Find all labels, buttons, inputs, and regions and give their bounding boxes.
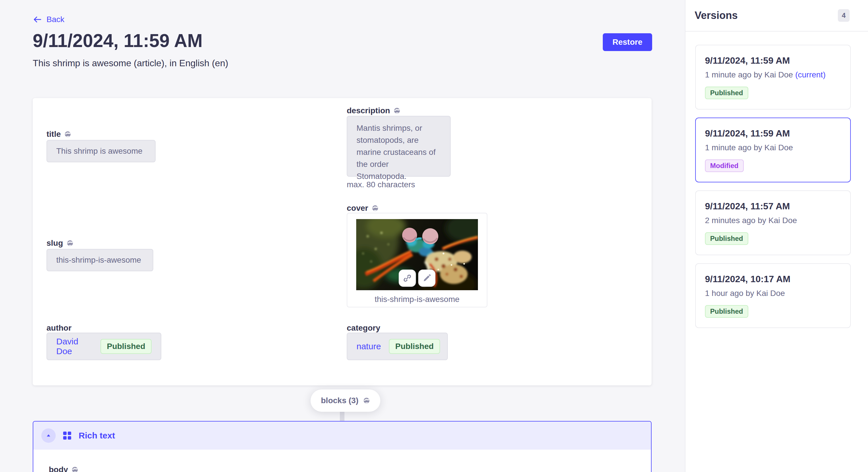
version-time: 9/11/2024, 11:57 AM <box>705 201 841 212</box>
globe-icon <box>372 205 379 212</box>
globe-icon <box>363 397 370 404</box>
versions-sidebar: Versions 4 9/11/2024, 11:59 AM 1 minute … <box>685 0 868 472</box>
versions-count-badge: 4 <box>838 9 849 22</box>
cover-label-text: cover <box>347 204 368 213</box>
slug-input: this-shrimp-is-awesome <box>46 249 153 271</box>
richtext-accordion-header[interactable]: Rich text <box>33 422 651 450</box>
cover-field-label: cover <box>347 204 379 213</box>
page-subtitle: This shrimp is awesome (article), in Eng… <box>33 57 228 69</box>
richtext-component-panel: Rich text body <box>33 421 652 472</box>
cover-card: this-shrimp-is-awesome <box>347 213 487 307</box>
author-label-text: author <box>46 324 71 333</box>
link-icon <box>403 274 412 283</box>
globe-icon <box>67 240 73 247</box>
description-textarea: Mantis shrimps, or stomatopods, are mari… <box>347 116 451 177</box>
title-field-label: title <box>46 130 71 139</box>
blocks-connector <box>340 411 344 421</box>
version-card[interactable]: 9/11/2024, 11:57 AM 2 minutes ago by Kai… <box>695 191 851 255</box>
category-status-badge: Published <box>389 339 440 354</box>
current-version-label: (current) <box>795 70 826 79</box>
richtext-body: body <box>33 450 651 472</box>
title-input: This shrimp is awesome <box>46 140 156 162</box>
version-meta: 1 minute ago by Kai Doe <box>705 143 841 153</box>
category-link[interactable]: nature <box>356 341 381 351</box>
body-label-text: body <box>49 465 68 472</box>
globe-icon <box>71 466 79 472</box>
version-time: 9/11/2024, 11:59 AM <box>705 128 841 139</box>
description-hint: max. 80 characters <box>347 180 415 189</box>
version-list: 9/11/2024, 11:59 AM 1 minute ago by Kai … <box>685 32 868 339</box>
globe-icon <box>71 466 79 472</box>
globe-icon <box>394 107 400 114</box>
category-relation-box: nature Published <box>347 333 448 360</box>
pencil-icon <box>422 274 431 283</box>
cover-actions <box>399 270 435 287</box>
restore-button[interactable]: Restore <box>603 33 652 51</box>
version-time: 9/11/2024, 10:17 AM <box>705 274 841 284</box>
versions-title: Versions <box>694 9 738 22</box>
back-label: Back <box>46 15 64 24</box>
version-time: 9/11/2024, 11:59 AM <box>705 55 841 66</box>
slug-label-text: slug <box>46 239 63 248</box>
blocks-pill-label: blocks (3) <box>321 396 359 405</box>
globe-icon <box>363 397 370 404</box>
version-card[interactable]: 9/11/2024, 11:59 AM 1 minute ago by Kai … <box>695 117 851 182</box>
caret-up-icon <box>45 433 51 438</box>
globe-icon <box>64 131 71 138</box>
collapse-toggle-button[interactable] <box>41 429 56 443</box>
category-field-label: category <box>347 324 380 333</box>
cover-edit-button[interactable] <box>418 270 435 287</box>
version-card[interactable]: 9/11/2024, 10:17 AM 1 hour ago by Kai Do… <box>695 263 851 328</box>
versions-header: Versions 4 <box>685 0 868 32</box>
cover-image <box>356 219 478 290</box>
description-field-label: description <box>347 106 400 115</box>
blocks-field-pill: blocks (3) <box>311 390 380 412</box>
version-meta: 1 minute ago by Kai Doe (current) <box>705 70 841 80</box>
version-status-badge: Published <box>705 305 748 318</box>
author-field-label: author <box>46 324 71 333</box>
version-status-badge: Published <box>705 232 748 245</box>
cover-caption: this-shrimp-is-awesome <box>347 295 487 304</box>
version-card[interactable]: 9/11/2024, 11:59 AM 1 minute ago by Kai … <box>695 45 851 109</box>
cover-link-button[interactable] <box>399 270 416 287</box>
globe-icon <box>64 131 71 138</box>
category-label-text: category <box>347 324 380 333</box>
globe-icon <box>394 107 400 114</box>
form-panel: title This shrimp is awesome slug this-s… <box>33 98 652 385</box>
title-label-text: title <box>46 130 61 139</box>
back-link[interactable]: Back <box>33 15 64 24</box>
author-relation-box: David Doe Published <box>46 333 161 360</box>
slug-field-label: slug <box>46 239 73 248</box>
version-meta: 2 minutes ago by Kai Doe <box>705 216 841 225</box>
page-title: 9/11/2024, 11:59 AM <box>33 30 203 52</box>
version-meta: 1 hour ago by Kai Doe <box>705 289 841 298</box>
body-field-label: body <box>49 465 651 472</box>
arrow-left-icon <box>33 15 42 24</box>
main-content: Back 9/11/2024, 11:59 AM This shrimp is … <box>0 0 685 472</box>
version-status-badge: Modified <box>705 160 744 172</box>
globe-icon <box>67 240 73 247</box>
blocks-grid-icon <box>63 432 71 440</box>
author-link[interactable]: David Doe <box>56 337 92 356</box>
description-label-text: description <box>347 106 390 115</box>
globe-icon <box>372 205 379 212</box>
component-name-label: Rich text <box>79 431 115 440</box>
version-status-badge: Published <box>705 87 748 99</box>
author-status-badge: Published <box>100 339 152 354</box>
